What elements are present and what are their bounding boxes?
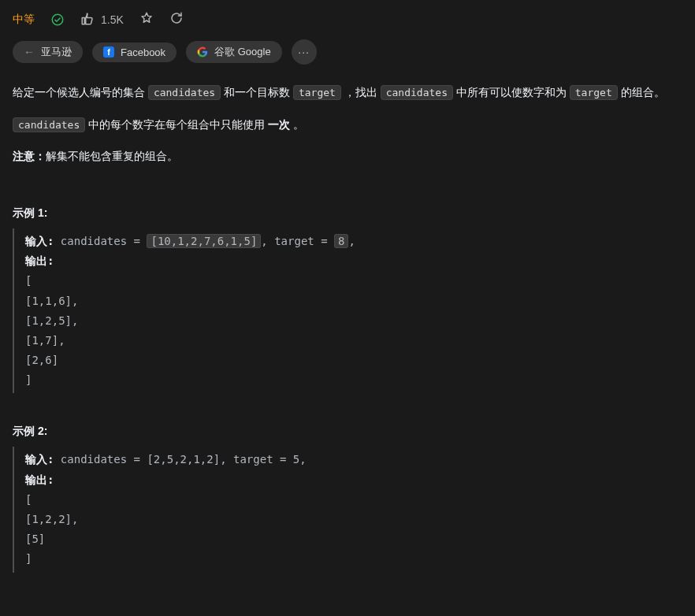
- company-tag-row: ← 亚马逊 f Facebook 谷歌 Google ···: [13, 39, 682, 65]
- example-2-label: 示例 2:: [13, 425, 682, 439]
- example-1-label: 示例 1:: [13, 206, 682, 221]
- refresh-button[interactable]: [169, 11, 184, 28]
- company-tag-label: Facebook: [121, 46, 165, 58]
- ellipsis-icon: ···: [298, 46, 310, 58]
- code-candidates: candidates: [148, 85, 221, 100]
- favorite-button[interactable]: [139, 11, 154, 28]
- more-companies-button[interactable]: ···: [292, 39, 317, 65]
- problem-description: 给定一个候选人编号的集合 candidates 和一个目标数 target ，找…: [13, 82, 682, 167]
- input-label: 输入:: [25, 235, 54, 247]
- company-tag-amazon[interactable]: ← 亚马逊: [13, 41, 83, 63]
- example-output: [ [1,1,6], [1,2,5], [1,7], [2,6] ]: [25, 274, 78, 386]
- desc-para-3: 注意：解集不能包含重复的组合。: [13, 146, 682, 167]
- like-count: 1.5K: [101, 13, 124, 26]
- company-tag-label: 亚马逊: [41, 45, 72, 59]
- thumbs-up-icon: [80, 12, 95, 28]
- difficulty-label: 中等: [13, 13, 35, 27]
- example-input-highlight: [10,1,2,7,6,1,5]: [147, 234, 261, 248]
- output-label: 输出:: [25, 473, 54, 486]
- output-label: 输出:: [25, 254, 54, 267]
- company-tag-label: 谷歌 Google: [214, 45, 271, 59]
- company-tag-google[interactable]: 谷歌 Google: [186, 41, 282, 63]
- google-icon: [197, 46, 208, 58]
- refresh-icon: [169, 11, 184, 28]
- solved-check-icon: [50, 13, 65, 27]
- company-tag-facebook[interactable]: f Facebook: [92, 43, 177, 62]
- desc-para-1: 给定一个候选人编号的集合 candidates 和一个目标数 target ，找…: [13, 82, 682, 103]
- example-2-block: 输入: candidates = [2,5,2,1,2], target = 5…: [13, 447, 682, 572]
- code-candidates: candidates: [13, 117, 85, 132]
- desc-para-2: candidates 中的每个数字在每个组合中只能使用 一次 。: [13, 114, 682, 135]
- svg-point-0: [52, 14, 63, 25]
- amazon-icon: ←: [24, 46, 35, 58]
- like-button[interactable]: 1.5K: [80, 12, 124, 28]
- example-output: [ [1,2,2], [5] ]: [25, 493, 78, 566]
- facebook-icon: f: [103, 46, 114, 58]
- example-1-block: 输入: candidates = [10,1,2,7,6,1,5], targe…: [13, 228, 682, 394]
- code-target: target: [570, 85, 618, 100]
- example-input-highlight: 8: [334, 234, 348, 248]
- code-target: target: [293, 85, 341, 100]
- code-candidates: candidates: [381, 85, 453, 100]
- star-icon: [139, 11, 154, 28]
- problem-top-bar: 中等 1.5K: [13, 11, 682, 28]
- input-label: 输入:: [25, 453, 54, 466]
